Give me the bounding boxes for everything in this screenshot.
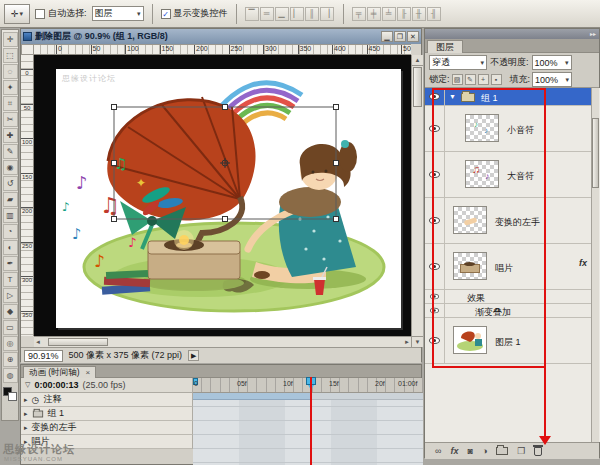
- blend-mode-dropdown[interactable]: 穿透▾: [429, 55, 487, 70]
- tool-pen-icon[interactable]: ✒: [3, 256, 18, 271]
- tab-animation-timeline[interactable]: 动画 (时间轴) ×: [23, 366, 96, 378]
- tool-dodge-icon[interactable]: ◐: [3, 240, 18, 255]
- new-group-icon[interactable]: [496, 447, 508, 455]
- expand-arrow-icon[interactable]: ▸: [24, 410, 28, 418]
- timecode-label: 10f: [283, 380, 293, 387]
- vertical-scroll-thumb[interactable]: [413, 67, 422, 107]
- tab-layers[interactable]: 图层: [427, 40, 463, 53]
- stopwatch-icon[interactable]: ◷: [32, 395, 40, 405]
- distribute-horizontal-center-icon[interactable]: ╫: [412, 7, 426, 21]
- current-tool-dropdown[interactable]: ✛▾: [4, 4, 30, 24]
- chevron-down-icon[interactable]: ▽: [25, 381, 30, 389]
- scroll-right-icon[interactable]: ►: [404, 339, 410, 345]
- expand-arrow-icon[interactable]: ▸: [24, 396, 28, 404]
- expand-arrow-icon[interactable]: ▸: [24, 424, 28, 432]
- tool-marquee-icon[interactable]: ⬚: [3, 48, 18, 63]
- ruler-tick: 200: [21, 207, 33, 214]
- lock-all-icon[interactable]: ▪: [491, 74, 502, 85]
- lock-transparency-icon[interactable]: ▨: [452, 74, 463, 85]
- link-layers-icon[interactable]: ∞: [435, 447, 441, 456]
- scroll-down-icon[interactable]: ▼: [412, 336, 423, 347]
- tool-crop-icon[interactable]: ⌗: [3, 96, 18, 111]
- tool-blur-icon[interactable]: ◔: [3, 224, 18, 239]
- tool-type-icon[interactable]: T: [3, 272, 18, 287]
- tool-zoom-icon[interactable]: ◍: [3, 368, 18, 383]
- tool-notes-icon[interactable]: ▭: [3, 320, 18, 335]
- tool-magic-wand-icon[interactable]: ✦: [3, 80, 18, 95]
- artboard[interactable]: ✦: [56, 69, 401, 328]
- tool-lasso-icon[interactable]: ◌: [3, 64, 18, 79]
- auto-select-mode-value: 图层: [95, 7, 113, 20]
- ruler-corner: [21, 44, 34, 55]
- horizontal-scrollbar[interactable]: ◄ ►: [34, 336, 411, 347]
- auto-select-checkbox[interactable]: [35, 9, 45, 19]
- tool-move-icon[interactable]: ✛: [3, 32, 18, 47]
- current-time-value[interactable]: 0:00:00:13: [34, 380, 78, 390]
- align-horizontal-center-icon[interactable]: ║: [305, 7, 319, 21]
- add-layer-mask-icon[interactable]: ◙: [467, 447, 472, 456]
- minimize-button[interactable]: ▁: [381, 31, 393, 42]
- fill-field[interactable]: 100%▾: [532, 72, 572, 87]
- document-titlebar[interactable]: 删除图层 @ 90.9% (组 1, RGB/8) ▁ ❐ ✕: [21, 29, 421, 44]
- tool-hand-icon[interactable]: ⊕: [3, 352, 18, 367]
- zoom-level-field[interactable]: 90.91%: [24, 350, 63, 362]
- adjustment-layer-icon[interactable]: ◑: [482, 447, 487, 456]
- timeline-lanes[interactable]: [193, 393, 423, 465]
- ruler-tick: 400: [332, 45, 346, 55]
- work-area-band-rest: [311, 393, 423, 400]
- vertical-scrollbar[interactable]: ▲ ▼: [411, 55, 423, 347]
- ruler-tick: 350: [298, 45, 312, 55]
- distribute-left-icon[interactable]: ╟: [397, 7, 411, 21]
- canvas-area[interactable]: ✦: [34, 55, 411, 336]
- scroll-thumb[interactable]: [592, 118, 599, 188]
- show-transform-checkbox[interactable]: ✓: [161, 9, 171, 19]
- svg-text:✦: ✦: [136, 176, 146, 190]
- opacity-field[interactable]: 100%▾: [532, 55, 572, 70]
- auto-select-mode-dropdown[interactable]: 图层 ▾: [92, 6, 144, 21]
- align-left-icon[interactable]: ▏: [290, 7, 304, 21]
- track-group1[interactable]: ▸ 组 1: [21, 407, 193, 421]
- tool-eyedropper-icon[interactable]: ◎: [3, 336, 18, 351]
- restore-button[interactable]: ❐: [394, 31, 406, 42]
- tool-gradient-icon[interactable]: ▥: [3, 208, 18, 223]
- horizontal-scroll-thumb[interactable]: [48, 338, 108, 346]
- align-vertical-center-icon[interactable]: ═: [260, 7, 274, 21]
- add-layer-style-icon[interactable]: fx: [450, 446, 458, 456]
- align-right-icon[interactable]: ▕: [320, 7, 334, 21]
- tool-path-select-icon[interactable]: ▷: [3, 288, 18, 303]
- tool-eraser-icon[interactable]: ▰: [3, 192, 18, 207]
- timeline-tab-label: 动画 (时间轴): [29, 367, 80, 378]
- timecode-label: 15f: [329, 380, 339, 387]
- tool-brush-icon[interactable]: ✎: [3, 144, 18, 159]
- distribute-bottom-icon[interactable]: ╧: [382, 7, 396, 21]
- close-button[interactable]: ✕: [407, 31, 419, 42]
- distribute-right-icon[interactable]: ╢: [427, 7, 441, 21]
- align-bottom-icon[interactable]: ▁: [275, 7, 289, 21]
- track-comments[interactable]: ▸ ◷ 注释: [21, 393, 193, 407]
- background-color-swatch[interactable]: [8, 392, 17, 401]
- tool-healing-brush-icon[interactable]: ✚: [3, 128, 18, 143]
- track-left-hand[interactable]: ▸ 变换的左手: [21, 421, 193, 435]
- tool-shape-icon[interactable]: ◆: [3, 304, 18, 319]
- status-menu-arrow[interactable]: ▶: [188, 350, 199, 361]
- layer-style-badge[interactable]: fx: [579, 258, 587, 268]
- collapse-panels-icon[interactable]: ▸▸: [590, 31, 596, 37]
- new-layer-icon[interactable]: ❐: [517, 447, 525, 456]
- align-top-icon[interactable]: ▔: [245, 7, 259, 21]
- color-swatches[interactable]: [3, 387, 17, 401]
- scroll-up-icon[interactable]: ▲: [412, 55, 423, 66]
- scroll-left-icon[interactable]: ◄: [35, 339, 41, 345]
- close-icon[interactable]: ×: [86, 367, 91, 378]
- lock-pixels-icon[interactable]: ✎: [465, 74, 476, 85]
- distribute-vertical-center-icon[interactable]: ╪: [367, 7, 381, 21]
- ruler-tick: 50: [91, 45, 101, 55]
- lock-position-icon[interactable]: +: [478, 74, 489, 85]
- tool-history-brush-icon[interactable]: ↺: [3, 176, 18, 191]
- annotation-rectangle: [432, 88, 546, 368]
- layers-scrollbar[interactable]: [591, 88, 599, 442]
- tool-clone-stamp-icon[interactable]: ◉: [3, 160, 18, 175]
- current-time-display: ▽ 0:00:00:13 (25.00 fps): [21, 378, 193, 393]
- distribute-top-icon[interactable]: ╤: [352, 7, 366, 21]
- delete-layer-icon[interactable]: [534, 447, 542, 456]
- tool-slice-icon[interactable]: ✂: [3, 112, 18, 127]
